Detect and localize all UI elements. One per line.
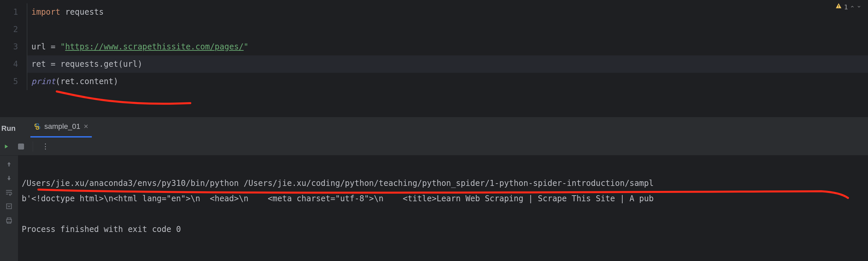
paren-open: ( bbox=[55, 77, 60, 86]
line-number: 5 bbox=[0, 73, 18, 90]
stop-button[interactable] bbox=[18, 143, 24, 150]
run-tab-label: sample_01 bbox=[44, 122, 81, 131]
toolbar-separator bbox=[33, 141, 33, 152]
run-output-panel: /Users/jie.xu/anaconda3/envs/py310/bin/p… bbox=[0, 156, 868, 261]
line-gutter: 1 2 3 4 5 bbox=[0, 0, 27, 117]
builtin-print: print bbox=[31, 77, 55, 86]
down-arrow-icon[interactable] bbox=[5, 174, 13, 182]
svg-rect-1 bbox=[838, 7, 839, 8]
module-name: requests bbox=[60, 7, 104, 17]
variable: url bbox=[31, 42, 51, 52]
svg-rect-0 bbox=[838, 5, 839, 7]
code-line[interactable] bbox=[27, 21, 868, 38]
python-file-icon bbox=[34, 123, 41, 130]
line-number: 3 bbox=[0, 38, 18, 56]
string-quote: " bbox=[244, 42, 248, 52]
paren-close: ) bbox=[137, 59, 142, 69]
rerun-button[interactable] bbox=[3, 143, 9, 150]
run-side-toolbar bbox=[0, 156, 18, 261]
console-line: Process finished with exit code 0 bbox=[22, 225, 181, 234]
code-line[interactable]: import requests bbox=[27, 3, 868, 21]
code-line[interactable]: print(ret.content) bbox=[27, 73, 868, 90]
print-icon[interactable] bbox=[5, 216, 13, 224]
code-area[interactable]: import requests url = "https://www.scrap… bbox=[27, 0, 868, 117]
operator: = bbox=[51, 59, 60, 69]
run-tool-tab-bar: Run sample_01 ✕ bbox=[0, 117, 868, 137]
stop-icon bbox=[18, 143, 24, 150]
annotation-underline-icon bbox=[54, 88, 197, 108]
warning-triangle-icon bbox=[835, 3, 842, 11]
code-editor[interactable]: 1 2 3 4 5 import requests url = "https:/… bbox=[0, 0, 868, 117]
line-number: 2 bbox=[0, 21, 18, 38]
paren-close: ) bbox=[114, 77, 118, 86]
code-line[interactable]: url = "https://www.scrapethissite.com/pa… bbox=[27, 38, 868, 56]
call: requests.get bbox=[60, 59, 118, 69]
console-output[interactable]: /Users/jie.xu/anaconda3/envs/py310/bin/p… bbox=[18, 156, 868, 261]
run-toolbar: ⋮ bbox=[0, 137, 868, 156]
run-tool-title: Run bbox=[0, 124, 20, 137]
console-line: /Users/jie.xu/anaconda3/envs/py310/bin/p… bbox=[22, 178, 654, 188]
operator: = bbox=[51, 42, 60, 52]
line-number: 1 bbox=[0, 3, 18, 21]
chevron-down-icon[interactable] bbox=[857, 3, 861, 10]
chevron-up-icon[interactable] bbox=[850, 3, 855, 10]
scroll-to-end-icon[interactable] bbox=[5, 202, 13, 210]
problems-widget[interactable]: 1 bbox=[835, 3, 861, 11]
code-line-current[interactable]: ret = requests.get(url) bbox=[27, 56, 868, 73]
up-arrow-icon[interactable] bbox=[5, 160, 13, 168]
warning-count: 1 bbox=[844, 3, 848, 11]
close-icon[interactable]: ✕ bbox=[84, 123, 89, 130]
variable: ret bbox=[31, 59, 51, 69]
line-number: 4 bbox=[0, 56, 18, 73]
argument: url bbox=[123, 59, 137, 69]
string-url: https://www.scrapethissite.com/pages/ bbox=[65, 42, 244, 52]
run-tab[interactable]: sample_01 ✕ bbox=[30, 117, 92, 137]
string-quote: " bbox=[60, 42, 65, 52]
paren-open: ( bbox=[118, 59, 123, 69]
console-line: b'<!doctype html>\n<html lang="en">\n <h… bbox=[22, 194, 654, 203]
soft-wrap-icon[interactable] bbox=[5, 188, 13, 196]
keyword-import: import bbox=[31, 7, 60, 17]
argument: ret.content bbox=[60, 77, 114, 86]
